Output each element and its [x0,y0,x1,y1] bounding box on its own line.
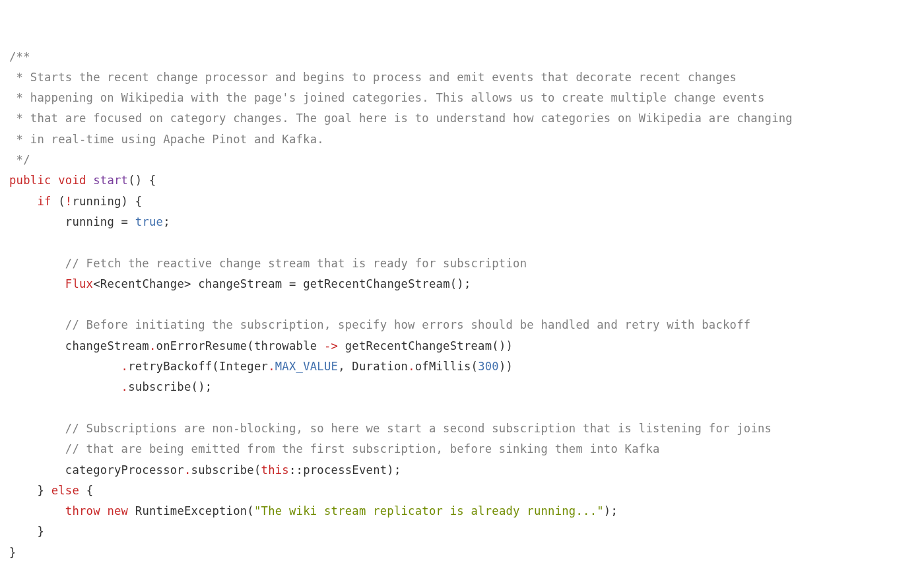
const-maxvalue: MAX_VALUE [275,360,338,373]
brace-close: } [37,484,44,497]
semicolon: ; [464,277,471,290]
space [296,277,304,290]
line-comment: // Subscriptions are non-blocking, so he… [65,422,772,435]
keyword-throw: throw [65,504,100,517]
close-paren: ) [604,504,611,517]
call-ofmillis: ofMillis( [415,360,478,373]
keyword-public: public [9,174,51,187]
indent [9,463,65,477]
semicolon: ; [163,215,170,228]
brace-close: } [37,525,44,538]
call-subscribe: subscribe() [128,380,205,393]
indent [9,422,65,435]
assign: = [114,215,135,228]
type-runtimeexception: RuntimeException( [128,504,254,517]
indent [9,215,65,228]
method-name-start: start [93,174,128,187]
brace-close: } [9,546,16,559]
type-flux: Flux [65,277,93,290]
identifier-changestream: changeStream [65,339,149,352]
indent [9,257,65,270]
literal-true: true [135,215,163,228]
dot: . [149,339,156,352]
line-comment: // that are being emitted from the first… [65,442,660,455]
identifier-categoryprocessor: categoryProcessor [65,463,184,477]
keyword-void: void [58,174,86,187]
keyword-this: this [261,463,289,477]
space [86,174,94,187]
dot: . [121,380,129,393]
call-retrybackoff-pre: retryBackoff(Integer [128,360,268,373]
keyword-if: if [37,195,51,208]
indent [9,195,37,208]
gt: > [184,277,191,290]
javadoc-line: * Starts the recent change processor and… [9,71,737,84]
identifier-running: running [72,195,121,208]
open-paren: ( [51,195,65,208]
indent [9,277,65,290]
semicolon: ; [205,380,213,393]
indent [9,318,65,331]
indent [9,360,121,373]
space [44,484,51,497]
lambda-body: getRecentChangeStream()) [338,339,513,352]
close-paren: ) [121,195,135,208]
brace-open: { [135,195,143,208]
type-recentchange: RecentChange [100,277,184,290]
space [51,174,59,187]
call-subscribe-open: subscribe( [191,463,261,477]
literal-300: 300 [478,360,499,373]
dot: . [184,463,191,477]
javadoc-line: * happening on Wikipedia with the page's… [9,91,765,104]
close-parens: )) [499,360,513,373]
dot: . [121,360,129,373]
semicolon: ; [394,463,401,477]
indent [9,525,37,538]
call-onerrorresume: onErrorResume(throwable [156,339,324,352]
double-colon: :: [289,463,303,477]
indent [9,339,65,352]
arrow: -> [324,339,338,352]
semicolon: ; [610,504,618,517]
bang-operator: ! [65,195,73,208]
parens: () [128,174,142,187]
javadoc-line: */ [9,153,30,166]
keyword-else: else [51,484,79,497]
method-ref-processevent: processEvent) [303,463,394,477]
indent [9,442,65,455]
string-literal: "The wiki stream replicator is already r… [254,504,604,517]
indent [9,484,37,497]
javadoc-line: /** [9,50,30,63]
indent [9,380,121,393]
indent [9,504,65,517]
identifier-running: running [65,215,114,228]
lt: < [93,277,100,290]
dot: . [268,360,275,373]
brace-open: { [79,484,93,497]
keyword-new: new [107,504,128,517]
call-retrybackoff-mid: , Duration [338,360,408,373]
call-getrecentchangestream: getRecentChangeStream() [303,277,464,290]
javadoc-line: * that are focused on category changes. … [9,112,793,125]
line-comment: // Before initiating the subscription, s… [65,318,751,331]
brace-open: { [142,174,156,187]
eq: = [289,277,296,290]
identifier-changestream: changeStream [191,277,289,290]
dot: . [408,360,415,373]
line-comment: // Fetch the reactive change stream that… [65,257,527,270]
javadoc-line: * in real-time using Apache Pinot and Ka… [9,133,324,146]
space [100,504,108,517]
